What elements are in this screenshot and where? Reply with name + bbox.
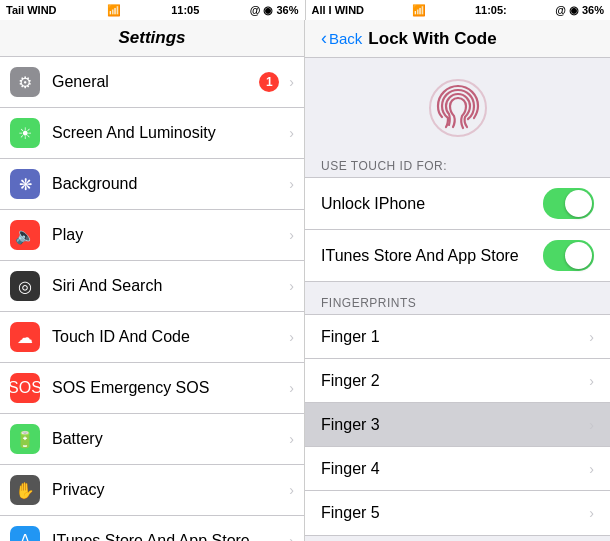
finger-item-f2[interactable]: Finger 2› bbox=[305, 359, 610, 403]
right-panel-title: Lock With Code bbox=[368, 29, 496, 49]
sidebar-item-privacy[interactable]: ✋Privacy› bbox=[0, 465, 304, 516]
finger-chevron-icon-f3: › bbox=[589, 417, 594, 433]
toggle-switch-unlock[interactable] bbox=[543, 188, 594, 219]
sos-chevron-icon: › bbox=[289, 380, 294, 396]
privacy-label: Privacy bbox=[52, 481, 285, 499]
right-panel: ‹ Back Lock With Code USE TOUCH ID FOR: bbox=[305, 20, 610, 541]
back-label: Back bbox=[329, 30, 362, 47]
sos-icon: SOS bbox=[10, 373, 40, 403]
toggle-section: Unlock IPhoneITunes Store And App Store bbox=[305, 177, 610, 282]
siri-icon: ◎ bbox=[10, 271, 40, 301]
right-status-bar: All I WIND 📶 11:05: @ ◉ 36% bbox=[305, 0, 611, 20]
finger-chevron-icon-f4: › bbox=[589, 461, 594, 477]
sidebar-item-battery[interactable]: 🔋Battery› bbox=[0, 414, 304, 465]
finger-item-f4[interactable]: Finger 4› bbox=[305, 447, 610, 491]
touchid-icon: ☁ bbox=[10, 322, 40, 352]
main-layout: Settings ⚙General1›☀Screen And Luminosit… bbox=[0, 20, 610, 541]
background-label: Background bbox=[52, 175, 285, 193]
right-wifi-icon: 📶 bbox=[412, 4, 426, 17]
general-badge: 1 bbox=[259, 72, 279, 92]
left-status-bar: Tail WIND 📶 11:05 @ ◉ 36% bbox=[0, 0, 305, 20]
fingerprint-icon bbox=[428, 78, 488, 138]
play-label: Play bbox=[52, 226, 285, 244]
battery-icon: 🔋 bbox=[10, 424, 40, 454]
general-icon: ⚙ bbox=[10, 67, 40, 97]
back-chevron-icon: ‹ bbox=[321, 28, 327, 49]
sidebar-item-background[interactable]: ❋Background› bbox=[0, 159, 304, 210]
sidebar-item-sos[interactable]: SOSSOS Emergency SOS› bbox=[0, 363, 304, 414]
toggle-switch-itunes[interactable] bbox=[543, 240, 594, 271]
finger-label-f5: Finger 5 bbox=[321, 504, 585, 522]
appstore-chevron-icon: › bbox=[289, 533, 294, 541]
right-time: 11:05: bbox=[475, 4, 507, 16]
toggle-item-itunes: ITunes Store And App Store bbox=[305, 230, 610, 281]
general-chevron-icon: › bbox=[289, 74, 294, 90]
toggle-label-itunes: ITunes Store And App Store bbox=[321, 247, 543, 265]
siri-label: Siri And Search bbox=[52, 277, 285, 295]
back-button[interactable]: ‹ Back bbox=[321, 28, 362, 49]
finger-item-f5[interactable]: Finger 5› bbox=[305, 491, 610, 535]
display-chevron-icon: › bbox=[289, 125, 294, 141]
appstore-label: ITunes Store And App Store bbox=[52, 532, 285, 541]
use-touch-id-header: USE TOUCH ID FOR: bbox=[305, 153, 610, 177]
touchid-label: Touch ID And Code bbox=[52, 328, 285, 346]
finger-chevron-icon-f2: › bbox=[589, 373, 594, 389]
sidebar-item-siri[interactable]: ◎Siri And Search› bbox=[0, 261, 304, 312]
right-icons: @ ◉ 36% bbox=[555, 4, 604, 17]
fingerprint-icon-area bbox=[305, 58, 610, 153]
settings-title: Settings bbox=[118, 28, 185, 47]
touchid-chevron-icon: › bbox=[289, 329, 294, 345]
sidebar-item-appstore[interactable]: AITunes Store And App Store› bbox=[0, 516, 304, 541]
display-label: Screen And Luminosity bbox=[52, 124, 285, 142]
sidebar-item-display[interactable]: ☀Screen And Luminosity› bbox=[0, 108, 304, 159]
sidebar-item-touchid[interactable]: ☁Touch ID And Code› bbox=[0, 312, 304, 363]
background-icon: ❋ bbox=[10, 169, 40, 199]
siri-chevron-icon: › bbox=[289, 278, 294, 294]
background-chevron-icon: › bbox=[289, 176, 294, 192]
play-icon: 🔈 bbox=[10, 220, 40, 250]
left-carrier: Tail WIND bbox=[6, 4, 57, 16]
finger-item-f3[interactable]: Finger 3› bbox=[305, 403, 610, 447]
display-icon: ☀ bbox=[10, 118, 40, 148]
sos-label: SOS Emergency SOS bbox=[52, 379, 285, 397]
left-wifi-icon: 📶 bbox=[107, 4, 121, 17]
finger-item-f1[interactable]: Finger 1› bbox=[305, 315, 610, 359]
privacy-icon: ✋ bbox=[10, 475, 40, 505]
battery-chevron-icon: › bbox=[289, 431, 294, 447]
finger-label-f2: Finger 2 bbox=[321, 372, 585, 390]
right-header: ‹ Back Lock With Code bbox=[305, 20, 610, 58]
fingerprints-list: Finger 1›Finger 2›Finger 3›Finger 4›Fing… bbox=[305, 314, 610, 536]
left-panel: Settings ⚙General1›☀Screen And Luminosit… bbox=[0, 20, 305, 541]
fingerprints-header: FINGERPRINTS bbox=[305, 282, 610, 314]
finger-chevron-icon-f5: › bbox=[589, 505, 594, 521]
status-bars: Tail WIND 📶 11:05 @ ◉ 36% All I WIND 📶 1… bbox=[0, 0, 610, 20]
toggle-item-unlock: Unlock IPhone bbox=[305, 178, 610, 230]
right-carrier: All I WIND bbox=[312, 4, 365, 16]
left-icons: @ ◉ 36% bbox=[250, 4, 299, 17]
toggle-label-unlock: Unlock IPhone bbox=[321, 195, 543, 213]
settings-list: ⚙General1›☀Screen And Luminosity›❋Backgr… bbox=[0, 57, 304, 541]
finger-label-f1: Finger 1 bbox=[321, 328, 585, 346]
sidebar-item-play[interactable]: 🔈Play› bbox=[0, 210, 304, 261]
finger-chevron-icon-f1: › bbox=[589, 329, 594, 345]
appstore-icon: A bbox=[10, 526, 40, 541]
privacy-chevron-icon: › bbox=[289, 482, 294, 498]
finger-label-f3: Finger 3 bbox=[321, 416, 585, 434]
finger-label-f4: Finger 4 bbox=[321, 460, 585, 478]
sidebar-item-general[interactable]: ⚙General1› bbox=[0, 57, 304, 108]
settings-header: Settings bbox=[0, 20, 304, 57]
left-time: 11:05 bbox=[171, 4, 199, 16]
general-label: General bbox=[52, 73, 259, 91]
play-chevron-icon: › bbox=[289, 227, 294, 243]
battery-label: Battery bbox=[52, 430, 285, 448]
